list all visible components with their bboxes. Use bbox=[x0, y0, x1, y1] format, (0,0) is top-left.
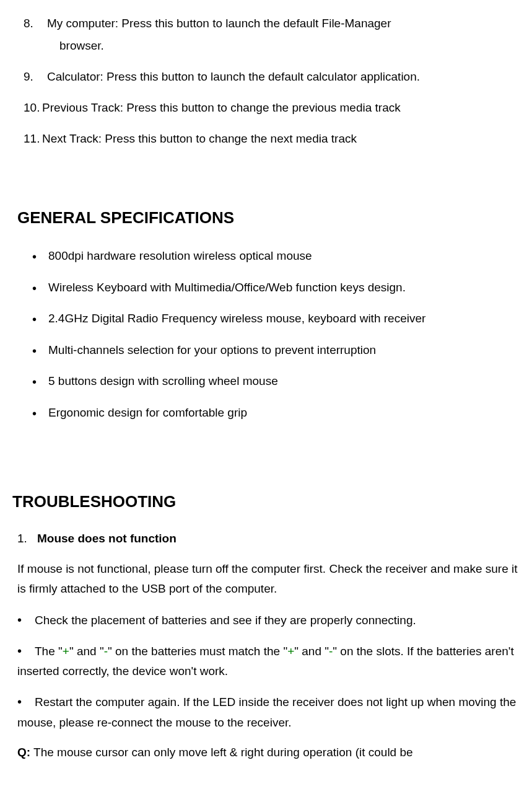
ts-item-title: Mouse does not function bbox=[37, 532, 177, 545]
ts-question: Q: The mouse cursor can only move left &… bbox=[17, 743, 520, 762]
ts-paragraph: If mouse is not functional, please turn … bbox=[17, 559, 520, 599]
numbered-list: 8.My computer: Press this button to laun… bbox=[12, 12, 520, 150]
ts-item-number: 1. bbox=[17, 530, 37, 548]
item-text: Previous Track: Press this button to cha… bbox=[42, 101, 401, 114]
item-number: 8. bbox=[24, 12, 47, 35]
item-text: My computer: Press this button to launch… bbox=[47, 17, 391, 30]
list-item: 11.Next Track: Press this button to chan… bbox=[30, 128, 520, 150]
troubleshoot-section: TROUBLESHOOTING 1.Mouse does not functio… bbox=[12, 490, 520, 762]
plus-symbol: + bbox=[287, 645, 294, 658]
spec-item: 2.4GHz Digital Radio Frequency wireless … bbox=[32, 310, 520, 328]
specs-heading: GENERAL SPECIFICATIONS bbox=[17, 206, 520, 230]
item-text: Calculator: Press this button to launch … bbox=[47, 70, 420, 83]
q-label: Q: bbox=[17, 746, 30, 759]
spec-item: Multi-channels selection for your option… bbox=[32, 342, 520, 360]
ts-bullet-text: The "+" and "-" on the batteries must ma… bbox=[17, 645, 514, 678]
bullet-icon: • bbox=[17, 691, 35, 712]
q-text: The mouse cursor can only move left & ri… bbox=[30, 746, 412, 759]
bullet-icon: • bbox=[17, 609, 35, 630]
spec-item: Ergonomic design for comfortable grip bbox=[32, 404, 520, 422]
spec-item: 5 buttons design with scrolling wheel mo… bbox=[32, 373, 520, 391]
item-text-cont: browser. bbox=[30, 35, 520, 57]
specs-list: 800dpi hardware resolution wireless opti… bbox=[12, 247, 520, 422]
item-number: 9. bbox=[24, 66, 47, 88]
list-item: 8.My computer: Press this button to laun… bbox=[30, 12, 520, 57]
ts-bullet-text: Restart the computer again. If the LED i… bbox=[17, 695, 516, 728]
ts-bullet-item: •The "+" and "-" on the batteries must m… bbox=[17, 640, 520, 682]
troubleshoot-heading: TROUBLESHOOTING bbox=[12, 490, 520, 514]
spec-item: 800dpi hardware resolution wireless opti… bbox=[32, 247, 520, 265]
item-number: 11. bbox=[24, 128, 42, 150]
list-item: 9.Calculator: Press this button to launc… bbox=[30, 66, 520, 88]
ts-numbered-item: 1.Mouse does not function bbox=[17, 530, 520, 548]
bullet-icon: • bbox=[17, 640, 35, 661]
item-number: 10. bbox=[24, 97, 42, 119]
plus-symbol: + bbox=[63, 645, 69, 658]
item-text: Next Track: Press this button to change … bbox=[42, 132, 357, 145]
spec-item: Wireless Keyboard with Multimedia/Office… bbox=[32, 279, 520, 297]
ts-bullet-text: Check the placement of batteries and see… bbox=[35, 614, 416, 627]
ts-bullet-item: •Restart the computer again. If the LED … bbox=[17, 691, 520, 733]
ts-bullet-item: •Check the placement of batteries and se… bbox=[17, 609, 520, 630]
list-item: 10.Previous Track: Press this button to … bbox=[30, 97, 520, 119]
